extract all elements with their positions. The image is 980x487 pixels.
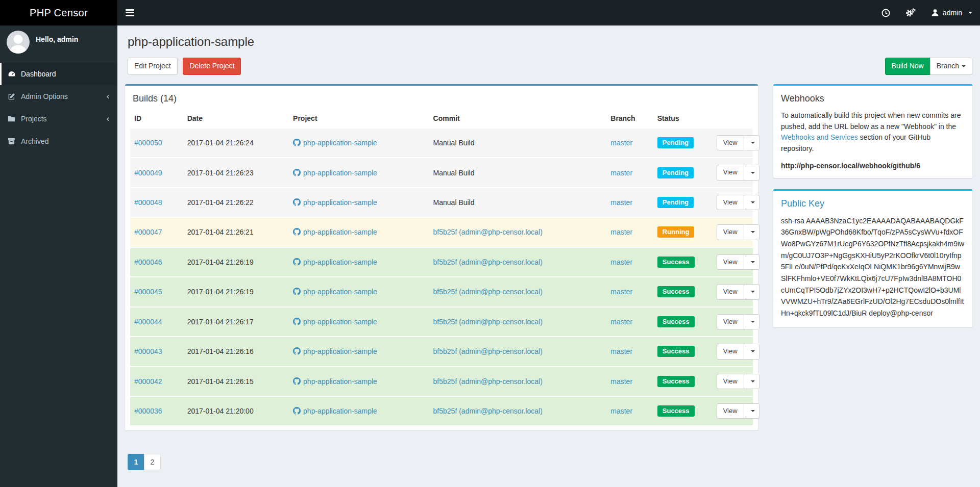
view-button-group: View bbox=[717, 254, 760, 270]
view-build-button[interactable]: View bbox=[717, 284, 744, 299]
status-badge: Success bbox=[657, 257, 695, 268]
build-timeline-button[interactable] bbox=[874, 0, 898, 25]
build-project-link[interactable]: php-application-sample bbox=[303, 258, 377, 266]
build-id-cell: #000048 bbox=[130, 188, 183, 217]
build-project-link[interactable]: php-application-sample bbox=[303, 169, 377, 177]
sidebar-item-projects[interactable]: Projects ‹ bbox=[0, 108, 117, 130]
build-commit-cell: bf5b25f (admin@php-censor.local) bbox=[429, 247, 607, 277]
build-branch-link[interactable]: master bbox=[610, 169, 632, 177]
build-project-link[interactable]: php-application-sample bbox=[303, 198, 377, 207]
view-build-button[interactable]: View bbox=[717, 403, 744, 419]
caret-down-icon bbox=[751, 410, 755, 412]
view-build-dropdown-toggle[interactable] bbox=[744, 314, 760, 329]
build-branch-link[interactable]: master bbox=[610, 347, 632, 355]
view-build-button[interactable]: View bbox=[717, 135, 744, 150]
sidebar-item-admin-options[interactable]: Admin Options ‹ bbox=[0, 85, 117, 108]
build-commit-link[interactable]: bf5b25f (admin@php-censor.local) bbox=[433, 228, 543, 236]
build-status-cell: Success bbox=[653, 367, 713, 396]
column-header-project: Project bbox=[289, 109, 429, 128]
page-button[interactable]: 1 bbox=[128, 454, 144, 470]
build-branch-link[interactable]: master bbox=[610, 228, 632, 236]
build-branch-cell: master bbox=[606, 217, 653, 247]
build-id-link[interactable]: #000045 bbox=[134, 288, 162, 296]
build-actions-cell: View bbox=[713, 128, 753, 158]
build-branch-link[interactable]: master bbox=[610, 318, 632, 326]
view-build-button[interactable]: View bbox=[717, 314, 744, 329]
build-branch-link[interactable]: master bbox=[610, 198, 632, 207]
sidebar-item-archived[interactable]: Archived bbox=[0, 130, 117, 152]
user-menu-button[interactable]: admin bbox=[923, 0, 980, 25]
edit-project-button[interactable]: Edit Project bbox=[128, 58, 178, 75]
view-build-dropdown-toggle[interactable] bbox=[744, 403, 760, 419]
caret-down-icon bbox=[751, 172, 755, 174]
build-commit-link[interactable]: bf5b25f (admin@php-censor.local) bbox=[433, 318, 543, 326]
build-date-cell: 2017-01-04 21:26:24 bbox=[183, 128, 289, 158]
build-commit-cell: Manual Build bbox=[429, 188, 607, 217]
build-project-cell: php-application-sample bbox=[289, 128, 429, 158]
view-build-dropdown-toggle[interactable] bbox=[744, 254, 760, 270]
column-header-status: Status bbox=[653, 109, 713, 128]
view-build-dropdown-toggle[interactable] bbox=[744, 374, 760, 389]
build-project-link[interactable]: php-application-sample bbox=[303, 139, 377, 147]
view-build-dropdown-toggle[interactable] bbox=[744, 165, 760, 180]
view-build-button[interactable]: View bbox=[717, 195, 744, 210]
sidebar-item-label: Projects bbox=[21, 115, 47, 123]
view-build-button[interactable]: View bbox=[717, 374, 744, 389]
build-id-link[interactable]: #000036 bbox=[134, 407, 162, 415]
build-project-link[interactable]: php-application-sample bbox=[303, 288, 377, 296]
build-actions-cell: View bbox=[713, 396, 753, 425]
build-row: #0000452017-01-04 21:26:19php-applicatio… bbox=[130, 277, 753, 306]
navbar-username: admin bbox=[943, 9, 962, 17]
build-branch-link[interactable]: master bbox=[610, 258, 632, 266]
build-project-link[interactable]: php-application-sample bbox=[303, 318, 377, 326]
settings-button[interactable] bbox=[898, 0, 923, 25]
gauge-icon bbox=[8, 70, 21, 78]
pagination: 12 bbox=[128, 454, 161, 470]
build-status-cell: Pending bbox=[653, 188, 713, 217]
view-build-button[interactable]: View bbox=[717, 344, 744, 359]
build-project-link[interactable]: php-application-sample bbox=[303, 377, 377, 386]
view-build-dropdown-toggle[interactable] bbox=[744, 284, 760, 299]
build-branch-link[interactable]: master bbox=[610, 377, 632, 386]
build-id-link[interactable]: #000048 bbox=[134, 198, 162, 207]
build-project-link[interactable]: php-application-sample bbox=[303, 228, 377, 236]
build-commit-link[interactable]: bf5b25f (admin@php-censor.local) bbox=[433, 407, 543, 415]
build-project-link[interactable]: php-application-sample bbox=[303, 347, 377, 355]
build-id-cell: #000042 bbox=[130, 367, 183, 396]
webhooks-services-link[interactable]: Webhooks and Services bbox=[781, 133, 858, 141]
public-key-box: Public Key ssh-rsa AAAAB3NzaC1yc2EAAAADA… bbox=[773, 189, 972, 327]
webhooks-description: To automatically build this project when… bbox=[773, 109, 972, 155]
sidebar-toggle-button[interactable] bbox=[117, 0, 142, 25]
build-id-link[interactable]: #000050 bbox=[134, 139, 162, 147]
view-build-button[interactable]: View bbox=[717, 224, 744, 240]
build-commit-link[interactable]: bf5b25f (admin@php-censor.local) bbox=[433, 288, 543, 296]
build-id-link[interactable]: #000044 bbox=[134, 318, 162, 326]
view-build-dropdown-toggle[interactable] bbox=[744, 195, 760, 210]
build-commit-link[interactable]: bf5b25f (admin@php-censor.local) bbox=[433, 258, 543, 266]
build-id-link[interactable]: #000046 bbox=[134, 258, 162, 266]
view-build-dropdown-toggle[interactable] bbox=[744, 344, 760, 359]
view-build-button[interactable]: View bbox=[717, 165, 744, 180]
page-button[interactable]: 2 bbox=[144, 454, 161, 470]
build-branch-cell: master bbox=[606, 367, 653, 396]
build-project-link[interactable]: php-application-sample bbox=[303, 407, 377, 415]
build-id-link[interactable]: #000047 bbox=[134, 228, 162, 236]
build-commit-link[interactable]: bf5b25f (admin@php-censor.local) bbox=[433, 347, 543, 355]
caret-down-icon bbox=[751, 201, 755, 203]
app-logo[interactable]: PHP Censor bbox=[0, 0, 117, 25]
build-project-cell: php-application-sample bbox=[289, 158, 429, 187]
view-build-dropdown-toggle[interactable] bbox=[744, 135, 760, 150]
sidebar-item-dashboard[interactable]: Dashboard bbox=[0, 63, 117, 85]
delete-project-button[interactable]: Delete Project bbox=[183, 58, 241, 75]
build-commit-link[interactable]: bf5b25f (admin@php-censor.local) bbox=[433, 377, 543, 386]
build-now-button[interactable]: Build Now bbox=[885, 58, 930, 75]
build-id-link[interactable]: #000043 bbox=[134, 347, 162, 355]
build-branch-link[interactable]: master bbox=[610, 288, 632, 296]
view-build-button[interactable]: View bbox=[717, 254, 744, 270]
branch-dropdown-button[interactable]: Branch bbox=[930, 58, 972, 75]
build-id-link[interactable]: #000042 bbox=[134, 377, 162, 386]
view-build-dropdown-toggle[interactable] bbox=[744, 224, 760, 240]
build-branch-link[interactable]: master bbox=[610, 139, 632, 147]
build-branch-link[interactable]: master bbox=[610, 407, 632, 415]
build-id-link[interactable]: #000049 bbox=[134, 169, 162, 177]
